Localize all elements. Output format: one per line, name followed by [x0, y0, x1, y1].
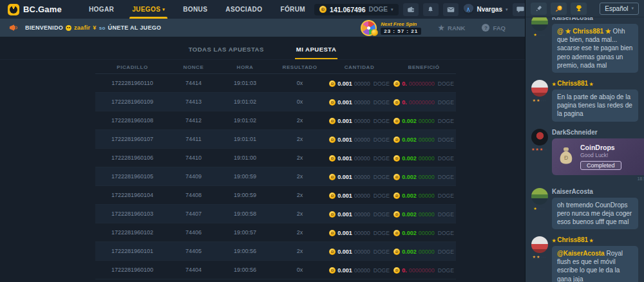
- coindrops-card[interactable]: ÐCoinDropsGood Luck!Completed: [552, 138, 644, 175]
- chat-username-text: KaiserAcosta: [552, 188, 593, 195]
- money-bag-icon: Ð: [558, 147, 574, 166]
- nonce-cell: 74406: [169, 229, 218, 236]
- chat-text: oh tremendo CounDrops pero nunca me deja…: [557, 202, 632, 225]
- chat-username[interactable]: KaiserAcosta: [552, 188, 639, 195]
- rank-link[interactable]: ★ RANK: [438, 24, 465, 32]
- balance-currency: DOGE: [369, 6, 388, 13]
- completed-button[interactable]: Completed: [580, 161, 621, 170]
- table-row[interactable]: 17222819601017440519:00:562xÐ0.00100000D…: [95, 242, 456, 261]
- value-rest: 00000000: [409, 267, 435, 274]
- value-unit: DOGE: [374, 174, 390, 180]
- chat-username[interactable]: KaiserAcosta: [552, 17, 639, 21]
- hash-cell: 1722281960104: [95, 192, 169, 198]
- doge-coin-icon: Ð: [393, 193, 400, 199]
- tab-todas-las-apuestas[interactable]: TODAS LAS APUESTAS: [187, 42, 265, 59]
- avatar[interactable]: [531, 188, 548, 205]
- value-rest: 00000: [419, 174, 435, 180]
- mention-link[interactable]: @ ★ Chriss881 ★: [557, 28, 613, 35]
- table-row[interactable]: 17222819601067441019:01:002xÐ0.00100000D…: [95, 149, 456, 167]
- brand-logo[interactable]: BC.Game: [8, 4, 62, 15]
- value-main: 0.002: [402, 249, 417, 255]
- avatar[interactable]: [531, 80, 548, 97]
- chat-username-text: KaiserAcosta: [552, 17, 593, 21]
- table-row[interactable]: 17222819601087441219:01:022xÐ0.00100000D…: [95, 111, 456, 130]
- nav-item-fórum[interactable]: FÓRUM: [271, 0, 314, 19]
- notifications-button[interactable]: [423, 3, 439, 16]
- column-header: RESULTADO: [272, 64, 327, 70]
- announcement-message[interactable]: BIENVENIDO zaafir ¥ so ÚNETE AL JUEGO: [25, 24, 161, 31]
- wallet-button[interactable]: [403, 3, 419, 16]
- chat-username[interactable]: DarkSchneider: [552, 129, 639, 136]
- chat-username-text: DarkSchneider: [552, 129, 598, 136]
- doge-coin-icon: Ð: [393, 267, 400, 274]
- free-spin-widget[interactable]: Next Free Spin 23 : 57 : 21: [361, 20, 421, 36]
- quests-button[interactable]: [531, 3, 547, 15]
- chat-username-text: Chriss881: [557, 236, 588, 243]
- nav-item-bonus[interactable]: BONUS: [174, 0, 216, 19]
- table-row[interactable]: 17222819601097441319:01:020xÐ0.00100000D…: [95, 93, 456, 111]
- chevron-down-icon: ▾: [506, 7, 508, 12]
- question-icon: ?: [482, 24, 489, 32]
- avatar[interactable]: [531, 17, 548, 31]
- language-selector[interactable]: Español ▾: [600, 3, 639, 15]
- value-main: 0.001: [337, 230, 352, 236]
- table-row[interactable]: 17222819601107441419:01:030xÐ0.00100000D…: [95, 74, 456, 93]
- profit-cell: Ð0.00200000DOGE: [392, 248, 456, 255]
- result-cell: 2x: [272, 211, 327, 217]
- chat-message: ★····KaiserAcosta@ ★ Chriss881 ★ Ohh que…: [531, 17, 639, 73]
- tab-mi-apuesta[interactable]: MI APUESTA: [295, 42, 338, 59]
- value-unit: DOGE: [374, 230, 390, 236]
- amount-cell: Ð0.00100000DOGE: [327, 173, 392, 180]
- value-unit: DOGE: [438, 80, 454, 87]
- mention-link[interactable]: @KaiserAcosta: [557, 250, 606, 257]
- result-cell: 2x: [272, 229, 327, 236]
- nav-item-hogar[interactable]: HOGAR: [80, 0, 123, 19]
- hash-cell: 1722281960107: [95, 136, 169, 142]
- user-menu[interactable]: Nvargas ▾: [463, 4, 508, 15]
- table-row[interactable]: 17222819601007440419:00:560xÐ0.00100000D…: [95, 261, 456, 279]
- star-icon: ★: [588, 82, 593, 86]
- chevron-down-icon: ▾: [391, 7, 393, 12]
- hot-games-button[interactable]: [551, 3, 567, 15]
- chevron-down-icon: ▾: [162, 7, 165, 12]
- table-row[interactable]: 17222819601037440719:00:582xÐ0.00100000D…: [95, 205, 456, 223]
- chat-username[interactable]: ★ Chriss881 ★: [552, 236, 639, 243]
- table-row[interactable]: 17222819601027440619:00:572xÐ0.00100000D…: [95, 223, 456, 242]
- value-rest: 00000: [354, 249, 370, 255]
- free-spin-timer: 23 : 57 : 21: [381, 28, 421, 35]
- table-row[interactable]: 17222819601057440919:00:592xÐ0.00100000D…: [95, 167, 456, 186]
- profit-cell: Ð0.00000000DOGE: [392, 267, 456, 274]
- chat-username[interactable]: ★ Chriss881 ★: [552, 80, 639, 87]
- value-main: 0.001: [337, 249, 352, 255]
- navbar-right: Ð 141.067496 DOGE ▾: [314, 3, 527, 16]
- result-cell: 2x: [272, 173, 327, 180]
- nav-item-asociado[interactable]: ASOCIADO: [216, 0, 271, 19]
- messages-button[interactable]: [443, 3, 459, 16]
- chat-bubble-icon: [516, 6, 524, 13]
- amount-cell: Ð0.00100000DOGE: [327, 192, 392, 199]
- avatar[interactable]: [531, 236, 548, 253]
- nonce-cell: 74408: [169, 192, 218, 198]
- brand-logo-icon: [8, 4, 19, 15]
- nav-item-juegos[interactable]: JUEGOS▾: [123, 0, 174, 19]
- avatar[interactable]: [531, 129, 548, 146]
- faq-link[interactable]: ? FAQ: [482, 24, 506, 32]
- value-main: 0.001: [337, 193, 352, 199]
- announcement-prefix: BIENVENIDO: [25, 24, 63, 31]
- chat-text: En la parte de abajo de la pagina tienes…: [557, 93, 632, 117]
- star-icon: ★: [588, 238, 593, 243]
- tournament-button[interactable]: [571, 3, 587, 15]
- value-unit: DOGE: [438, 99, 454, 106]
- profit-cell: Ð0.00200000DOGE: [392, 211, 456, 218]
- column-header: BENEFICIÓ: [392, 64, 456, 70]
- mail-icon: [447, 6, 455, 13]
- balance-amount: 141.067496: [330, 6, 365, 14]
- table-row[interactable]: 17222819601047440819:00:592xÐ0.00100000D…: [95, 186, 456, 205]
- username: Nvargas: [477, 6, 502, 13]
- value-unit: DOGE: [438, 155, 454, 162]
- table-row[interactable]: 17222819601077441119:01:012xÐ0.00100000D…: [95, 130, 456, 149]
- column-header: CANTIDAD: [327, 64, 392, 70]
- balance-selector[interactable]: Ð 141.067496 DOGE ▾: [314, 4, 398, 15]
- star-icon: ·: [545, 147, 547, 151]
- hash-cell: 1722281960103: [95, 211, 169, 217]
